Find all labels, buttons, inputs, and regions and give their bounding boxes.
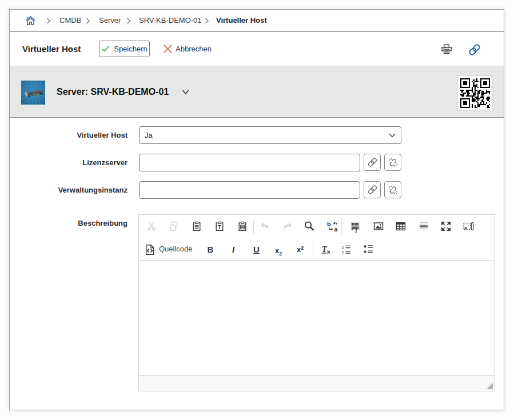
svg-text:b: b (327, 221, 330, 227)
svg-text:1: 1 (342, 245, 345, 250)
svg-text:2: 2 (342, 250, 345, 255)
svg-text:a: a (334, 226, 338, 232)
svg-text:T: T (322, 245, 328, 254)
